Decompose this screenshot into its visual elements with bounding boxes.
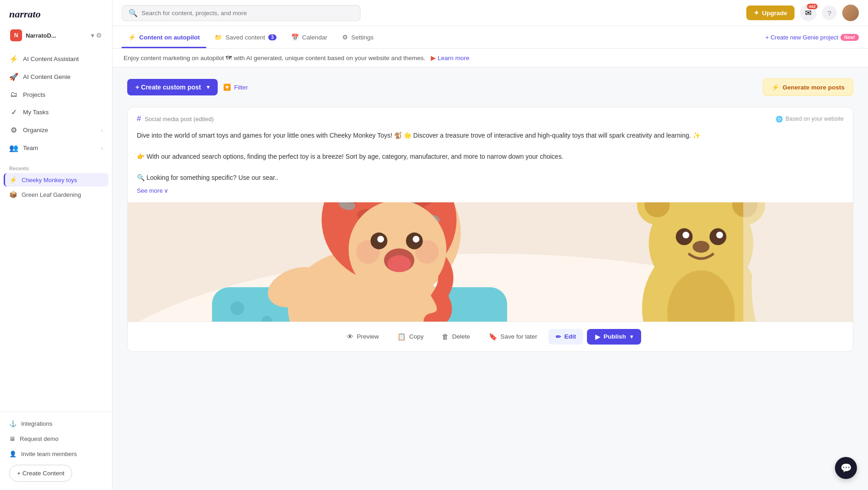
team-icon: 👥 [9,144,18,152]
tab-calendar[interactable]: 📅 Calendar [285,26,334,48]
post-based-on: 🌐 Based on your website [776,116,844,122]
publish-label: Publish [603,333,626,340]
edit-button[interactable]: ✏ Edit [548,329,584,345]
bottom-link-label: Integrations [21,420,52,427]
svg-point-42 [682,232,689,239]
copy-label: Copy [409,333,424,340]
sidebar-item-label: My Tasks [23,109,49,116]
svg-point-32 [388,255,411,272]
svg-point-29 [377,236,384,243]
rocket-icon: 🚀 [9,72,18,81]
chat-icon: 💬 [840,462,852,473]
star-icon: ✦ [754,9,759,17]
tab-autopilot[interactable]: ⚡ Content on autopilot [122,26,206,48]
post-card-header: # Social media post (edited) 🌐 Based on … [128,107,853,128]
post-image [128,202,853,322]
sidebar-item-organize[interactable]: ⚙ Organize › [4,122,108,139]
main-nav: ⚡ AI Content Assistant 🚀 AI Content Geni… [0,49,112,159]
settings-icon: ⚙ [96,32,102,39]
invite-team-link[interactable]: 👤 Invite team members [4,447,108,461]
tab-label: Calendar [302,34,327,41]
recent-item-green-leaf[interactable]: 📦 Green Leaf Gardening [4,188,108,201]
tab-label: Settings [351,34,374,41]
workspace-controls[interactable]: ▾ ⚙ [91,32,102,39]
chevron-down-icon: ▾ [630,334,633,340]
hashtag-icon: # [137,115,141,123]
sidebar-item-label: Team [23,145,38,151]
search-box[interactable]: 🔍 [122,5,361,21]
sidebar-item-team[interactable]: 👥 Team › [4,139,108,156]
workspace-switcher[interactable]: N NarratoD... ▾ ⚙ [4,26,108,45]
bottom-link-label: Request demo [20,435,59,442]
folder-icon: 🗂 [9,90,18,99]
delete-label: Delete [452,333,470,340]
chevron-down-icon: ▾ [91,32,94,39]
user-avatar[interactable] [842,5,859,21]
recent-item-label: Green Leaf Gardening [22,191,81,198]
check-icon: ✓ [9,108,18,117]
post-body: Dive into the world of smart toys and ga… [128,128,853,202]
create-post-label: + Create custom post [135,84,201,91]
search-input[interactable] [141,10,354,17]
save-later-label: Save for later [501,333,537,340]
sidebar-item-label: AI Content Assistant [23,56,79,62]
request-demo-link[interactable]: 🖥 Request demo [4,432,108,446]
bookmark-icon: 🔖 [489,333,497,341]
app-logo[interactable]: narrato [0,0,112,26]
publish-button[interactable]: ▶ Publish ▾ [587,329,641,345]
recent-item-label: Cheeky Monkey toys [22,177,77,184]
chat-widget[interactable]: 💬 [835,457,857,479]
action-bar: + Create custom post ▾ 🔽 Filter ⚡ Genera… [127,78,853,96]
filter-label: Filter [234,84,248,91]
upgrade-label: Upgrade [762,10,787,17]
svg-point-44 [693,241,710,253]
box-icon: 📦 [9,191,17,198]
chevron-right-icon: › [101,128,103,133]
tab-saved-content[interactable]: 📁 Saved content 3 [208,26,283,48]
sidebar-item-label: Organize [23,127,48,134]
pencil-icon: ✏ [556,333,561,340]
post-text-line2: 👉 With our advanced search options, find… [137,151,844,162]
filter-button[interactable]: 🔽 Filter [223,84,248,91]
sidebar-item-my-tasks[interactable]: ✓ My Tasks [4,104,108,121]
svg-point-30 [413,236,420,243]
chevron-down-icon: ∨ [164,186,169,195]
copy-icon: 📋 [397,333,406,341]
notifications-button[interactable]: ✉ 442 [800,5,817,21]
question-icon: ? [828,9,831,17]
bottom-link-label: Invite team members [21,451,77,457]
learn-more-link[interactable]: Learn more [438,55,469,61]
sidebar-item-ai-content-assistant[interactable]: ⚡ AI Content Assistant [4,50,108,67]
svg-point-3 [231,301,244,315]
tab-badge: 3 [268,34,276,40]
help-button[interactable]: ? [822,6,837,20]
chevron-down-icon: ▾ [207,84,209,90]
generate-posts-button[interactable]: ⚡ Generate more posts [763,78,853,96]
lightning-icon: ⚡ [9,55,18,63]
sidebar: narrato N NarratoD... ▾ ⚙ ⚡ AI Content A… [0,0,113,490]
post-card-footer: 👁 Preview 📋 Copy 🗑 Delete 🔖 Save for lat… [128,322,853,351]
avatar-image [842,5,859,21]
create-genie-label: + Create new Genie project [765,34,838,41]
create-content-button[interactable]: + Create Content [9,465,72,482]
generate-label: Generate more posts [783,84,845,91]
integrations-link[interactable]: ⚓ Integrations [4,417,108,431]
organize-icon: ⚙ [9,126,18,134]
tab-settings[interactable]: ⚙ Settings [336,26,380,48]
folder-tab-icon: 📁 [214,33,222,41]
create-genie-button[interactable]: + Create new Genie project New! [765,34,859,41]
copy-button[interactable]: 📋 Copy [390,329,431,345]
sidebar-item-ai-content-genie[interactable]: 🚀 AI Content Genie [4,68,108,85]
preview-button[interactable]: 👁 Preview [339,329,386,345]
save-for-later-button[interactable]: 🔖 Save for later [481,329,545,345]
eye-icon: 👁 [347,333,354,340]
create-custom-post-button[interactable]: + Create custom post ▾ [127,79,218,95]
upgrade-button[interactable]: ✦ Upgrade [746,6,795,20]
see-more-button[interactable]: See more ∨ [137,186,844,195]
publish-icon: ▶ [595,333,600,340]
sidebar-item-projects[interactable]: 🗂 Projects [4,86,108,103]
delete-button[interactable]: 🗑 Delete [434,329,477,345]
autopilot-banner: Enjoy content marketing on autopilot 🗺 w… [113,49,868,67]
recent-item-cheeky-monkey[interactable]: ⚡ Cheeky Monkey toys [4,173,108,187]
anchor-icon: ⚓ [9,420,17,427]
